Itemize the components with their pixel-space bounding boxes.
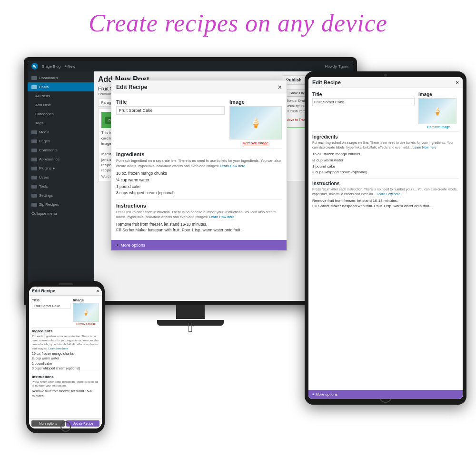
- desktop-modal-close[interactable]: ×: [278, 83, 282, 91]
- tablet-title-label: Title: [312, 92, 415, 97]
- tablet-recipe-image: 🍦: [418, 98, 456, 124]
- sidebar-item-posts[interactable]: Posts: [28, 82, 94, 91]
- sidebar-item-tools[interactable]: Tools: [28, 182, 94, 191]
- trash-link[interactable]: Move to Trash: [286, 118, 307, 121]
- tablet-edit-recipe-modal: Edit Recipe × Title Image 🍦: [308, 77, 463, 399]
- phone-home-button[interactable]: [60, 421, 71, 432]
- phone-ingredients-desc: Put each ingredient on a separate line. …: [32, 334, 99, 350]
- phone-update-recipe-button[interactable]: Update Recipe: [66, 420, 99, 427]
- phone-ingredients-list: 16 oz. frozen mango chunks ¼ cup warm wa…: [32, 351, 99, 371]
- wp-sidebar: Dashboard Posts All Posts Add New: [28, 71, 94, 301]
- ingredient-item-4: 3 cups whipped cream (optional): [116, 190, 282, 197]
- tablet-remove-image[interactable]: Remove Image: [418, 125, 459, 129]
- sidebar-label-appearance: Appearance: [39, 157, 60, 161]
- tablet-more-options[interactable]: + More options: [312, 392, 337, 397]
- sidebar-item-collapse[interactable]: Collapse menu: [28, 209, 94, 218]
- tablet-learn-more-ingredients[interactable]: Learn How here: [413, 146, 436, 149]
- sidebar-item-zip-recipes[interactable]: Zip Recipes: [28, 200, 94, 209]
- tablet-title-image-row: Title Image 🍦 Remove Image: [312, 92, 459, 129]
- monitor-stand-base: : [157, 320, 224, 326]
- desktop-ingredients-desc: Put each ingredient on a separate line. …: [116, 159, 282, 169]
- phone-more-options-button[interactable]: More options: [31, 420, 65, 427]
- settings-icon: [31, 194, 37, 198]
- sidebar-item-all-posts[interactable]: All Posts: [28, 91, 94, 100]
- posts-icon: [31, 85, 37, 89]
- tablet-ingredient-1: 16 oz. frozen mango chunks: [312, 151, 459, 158]
- sidebar-item-users[interactable]: Users: [28, 173, 94, 182]
- tablet: W Stage Blog + New Dashboard Posts All P…: [305, 71, 466, 405]
- desktop-modal-footer: + More options: [111, 240, 287, 250]
- tablet-modal-title: Edit Recipe: [312, 80, 341, 85]
- desktop-title-input[interactable]: [116, 106, 225, 115]
- sidebar-label-settings: Settings: [39, 193, 53, 198]
- phone-image-label: Image: [73, 298, 99, 302]
- sidebar-item-pages[interactable]: Pages: [28, 137, 94, 146]
- tablet-title-input[interactable]: [312, 98, 415, 106]
- phone-title-label: Title: [32, 298, 70, 302]
- tablet-modal-header: Edit Recipe ×: [308, 77, 463, 88]
- phone-recipe-image: 🍦: [73, 303, 99, 322]
- tablet-modal-close[interactable]: ×: [456, 80, 459, 85]
- wp-howdy: Howdy, Tgorm: [325, 64, 349, 69]
- sidebar-label-collapse: Collapse menu: [31, 211, 57, 216]
- sidebar-label-users: Users: [39, 175, 49, 179]
- phone: Edit Recipe × Title Image 🍦: [26, 281, 105, 433]
- wp-new-link[interactable]: + New: [64, 64, 75, 69]
- sidebar-label-comments: Comments: [39, 148, 58, 152]
- zip-recipes-icon: [31, 203, 37, 207]
- phone-instructions-text: Remove fruit from freezer, let stand 16-…: [32, 389, 99, 398]
- more-options-plus: +: [116, 243, 119, 248]
- wp-logo: W: [31, 63, 38, 70]
- sidebar-label-posts: Posts: [39, 85, 49, 89]
- sidebar-item-comments[interactable]: Comments: [28, 146, 94, 155]
- tablet-learn-more-instructions[interactable]: Learn How here: [377, 192, 400, 196]
- desktop-ingredients-label: Ingredients: [116, 148, 282, 157]
- desktop-edit-recipe-modal: Edit Recipe × Title Image: [111, 80, 287, 250]
- phone-title-image-row: Title Image 🍦 Remove Image: [32, 298, 99, 325]
- pages-icon: [31, 139, 37, 143]
- apple-logo: : [157, 320, 224, 335]
- phone-instructions-desc: Press return after each instruction. The…: [32, 380, 99, 388]
- phone-title-input[interactable]: [32, 303, 70, 309]
- tablet-modal-footer: + More options: [308, 390, 463, 399]
- sidebar-item-tags[interactable]: Tags: [28, 119, 94, 128]
- sidebar-item-categories[interactable]: Categories: [28, 110, 94, 119]
- page-title: Create recipes on any device: [0, 0, 476, 43]
- plugins-icon: [31, 167, 37, 170]
- desktop-modal-header: Edit Recipe ×: [111, 80, 287, 94]
- tablet-ingredients-desc: Put each ingredient on a separate line. …: [312, 140, 459, 150]
- desktop-learn-more-ingredients[interactable]: Learn How here: [220, 164, 245, 168]
- desktop-learn-more-instructions[interactable]: Learn How here: [209, 215, 234, 219]
- phone-edit-recipe-modal: Edit Recipe × Title Image 🍦: [29, 287, 102, 428]
- sidebar-item-settings[interactable]: Settings: [28, 191, 94, 200]
- desktop-modal-body: Title Image 🍦 Remove Image I: [111, 94, 287, 239]
- phone-remove-image[interactable]: Remove Image: [73, 322, 99, 325]
- sidebar-item-plugins[interactable]: Plugins ●: [28, 164, 94, 173]
- tablet-ingredient-4: 3 cups whipped cream (optional): [312, 169, 459, 176]
- monitor-stand-neck: [176, 305, 205, 319]
- desktop-modal-right: Image 🍦 Remove Image: [229, 99, 282, 145]
- phone-modal-title: Edit Recipe: [32, 289, 55, 293]
- wp-topbar: W Stage Blog + New Howdy, Tgorm: [28, 61, 353, 71]
- desktop-ingredients-list: 16 oz. frozen mango chunks ¼ cup warm wa…: [116, 170, 282, 196]
- comments-icon: [31, 149, 37, 152]
- tablet-title-col: Title: [312, 92, 415, 129]
- desktop-more-options[interactable]: More options: [120, 243, 145, 248]
- tablet-ingredient-3: 1 pound cake: [312, 164, 459, 170]
- sidebar-item-appearance[interactable]: Appearance: [28, 155, 94, 164]
- ingredient-item-2: ¼ cup warm water: [116, 177, 282, 184]
- phone-ingredients-label: Ingredients: [32, 327, 99, 333]
- phone-modal-body: Title Image 🍦 Remove Image Ingredients: [29, 296, 102, 418]
- phone-modal-close[interactable]: ×: [97, 289, 99, 293]
- sidebar-label-categories: Categories: [35, 112, 54, 116]
- sidebar-item-add-new[interactable]: Add New: [28, 100, 94, 110]
- sidebar-item-dashboard[interactable]: Dashboard: [28, 73, 94, 82]
- wp-site-name: Stage Blog: [42, 64, 60, 69]
- sidebar-label-tools: Tools: [39, 184, 48, 189]
- desktop-remove-image[interactable]: Remove Image: [229, 141, 282, 145]
- sidebar-label-dashboard: Dashboard: [39, 76, 58, 80]
- media-icon: [31, 130, 37, 134]
- sidebar-item-media[interactable]: Media: [28, 128, 94, 137]
- sidebar-label-add-new: Add New: [35, 103, 50, 107]
- phone-learn-more[interactable]: Learn how here: [48, 347, 68, 350]
